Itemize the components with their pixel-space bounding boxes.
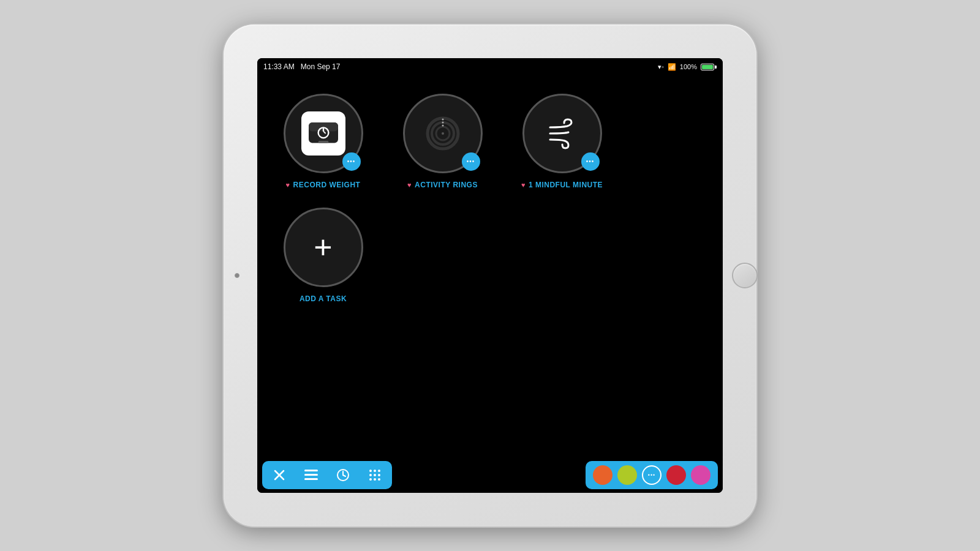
task-label-mindful: ♥ 1 MINDFUL MINUTE	[521, 181, 603, 189]
wifi-icon: ▾◦	[658, 63, 664, 71]
bottom-bar: •••	[257, 457, 723, 493]
svg-point-10	[442, 119, 443, 121]
svg-rect-5	[318, 141, 328, 143]
battery-icon	[701, 64, 717, 70]
more-dots-rings: •••	[467, 159, 475, 165]
tablet-frame: 11:33 AM Mon Sep 17 ▾◦ 📶 100%	[224, 24, 756, 527]
svg-point-27	[369, 474, 372, 476]
more-button-mindful[interactable]: •••	[581, 152, 600, 171]
task-label-add: ADD A TASK	[300, 294, 347, 303]
svg-point-28	[374, 474, 376, 476]
status-bar: 11:33 AM Mon Sep 17 ▾◦ 📶 100%	[257, 58, 723, 75]
grid-button[interactable]	[365, 465, 385, 485]
toolbar-left	[262, 461, 392, 489]
status-right-icons: ▾◦ 📶 100%	[658, 63, 717, 71]
activity-rings-icon	[424, 115, 461, 152]
more-dots-mindful: •••	[586, 159, 595, 165]
time-display: 11:33 AM	[263, 62, 295, 71]
heart-icon-rings: ♥	[407, 181, 412, 189]
task-circle-wrapper-rings: •••	[403, 94, 483, 173]
wind-icon	[544, 115, 581, 152]
list-button[interactable]	[301, 465, 321, 485]
more-dots-weight: •••	[347, 159, 356, 165]
clock-button[interactable]	[333, 465, 353, 485]
home-button[interactable]	[732, 263, 758, 288]
task-circle-wrapper-weight: •••	[284, 94, 363, 173]
add-task-plus-icon: +	[314, 231, 332, 263]
task-circle-wrapper-mindful: •••	[522, 94, 602, 173]
task-label-weight: ♥ RECORD WEIGHT	[286, 181, 361, 189]
add-task-text: ADD A TASK	[300, 294, 347, 303]
svg-point-9	[442, 132, 444, 135]
heart-icon-mindful: ♥	[521, 181, 526, 189]
color-red[interactable]	[666, 465, 686, 485]
close-button[interactable]	[270, 465, 289, 485]
color-pink[interactable]	[691, 465, 710, 485]
task-mindful-minute[interactable]: ••• ♥ 1 MINDFUL MINUTE	[514, 94, 609, 189]
more-button-rings[interactable]: •••	[462, 152, 480, 171]
heart-icon-weight: ♥	[286, 181, 290, 189]
toolbar-right-colors: •••	[586, 461, 718, 489]
svg-point-29	[378, 474, 380, 476]
svg-point-11	[442, 122, 443, 124]
tablet-screen: 11:33 AM Mon Sep 17 ▾◦ 📶 100%	[257, 58, 723, 493]
svg-point-25	[374, 470, 376, 472]
date-display: Mon Sep 17	[301, 62, 341, 71]
battery-percent: 100%	[680, 63, 697, 70]
screen-content: ••• ♥ RECORD WEIGHT	[257, 75, 723, 457]
task-row-1: ••• ♥ RECORD WEIGHT	[276, 94, 704, 189]
svg-point-19	[305, 474, 307, 476]
task-label-rings: ♥ ACTIVITY RINGS	[407, 181, 478, 189]
svg-point-31	[374, 478, 376, 481]
svg-point-24	[369, 470, 372, 472]
svg-point-30	[369, 478, 372, 481]
svg-point-18	[305, 470, 307, 471]
camera-dot	[235, 273, 239, 278]
task-row-2: + ADD A TASK	[276, 208, 704, 303]
svg-point-26	[378, 470, 380, 472]
task-text-mindful: 1 MINDFUL MINUTE	[529, 181, 603, 189]
task-text-weight: RECORD WEIGHT	[293, 181, 361, 189]
more-button-weight[interactable]: •••	[342, 152, 361, 171]
signal-icon: 📶	[668, 63, 676, 71]
color-orange[interactable]	[593, 465, 612, 485]
status-time: 11:33 AM Mon Sep 17	[263, 62, 340, 71]
add-task-circle: +	[284, 208, 363, 287]
svg-point-12	[442, 125, 443, 127]
svg-point-20	[305, 478, 307, 480]
task-text-rings: ACTIVITY RINGS	[415, 181, 478, 189]
color-yellow-green[interactable]	[617, 465, 637, 485]
svg-point-32	[378, 478, 380, 481]
task-record-weight[interactable]: ••• ♥ RECORD WEIGHT	[276, 94, 371, 189]
task-add[interactable]: + ADD A TASK	[276, 208, 371, 303]
scale-icon	[301, 111, 345, 156]
task-activity-rings[interactable]: ••• ♥ ACTIVITY RINGS	[395, 94, 490, 189]
svg-line-23	[343, 475, 345, 476]
color-more[interactable]: •••	[642, 465, 662, 485]
